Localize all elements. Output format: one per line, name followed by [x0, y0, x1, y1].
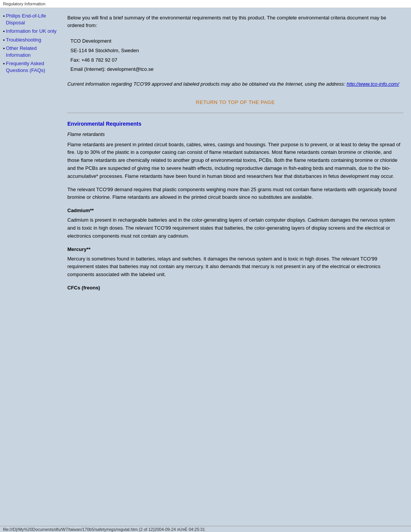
bullet-dot-2: •: [3, 29, 5, 34]
env-requirements-title: Environmental Requirements: [67, 121, 403, 127]
top-bar: Regulatory Information: [0, 0, 411, 8]
return-to-top[interactable]: RETURN TO TOP OF THE PAGE: [67, 99, 403, 105]
sidebar-nav: • Philips End-of-Life Disposal • Informa…: [3, 13, 60, 74]
sidebar-link-troubleshooting[interactable]: Troubleshooting: [6, 37, 41, 43]
cadmium-heading: Cadmium**: [67, 208, 403, 213]
status-bar-text: file:///D|/My%20Documents/dfu/W7/taiwan/…: [3, 527, 205, 532]
bullet-dot-5: •: [3, 61, 5, 67]
cfcs-heading: CFCs (freons): [67, 285, 403, 291]
content-area: Below you will find a brief summary of t…: [63, 8, 411, 526]
top-bar-title: Regulatory Information: [3, 2, 45, 6]
sidebar-link-uk[interactable]: Information for UK only: [6, 28, 57, 35]
return-link-anchor[interactable]: RETURN TO TOP OF THE PAGE: [196, 99, 275, 105]
bullet-dot-4: •: [3, 46, 5, 51]
section-divider: [67, 113, 403, 113]
address-line-1: TCO Development: [70, 37, 400, 46]
sidebar-item-uk[interactable]: • Information for UK only: [3, 28, 60, 35]
status-bar: file:///D|/My%20Documents/dfu/W7/taiwan/…: [0, 526, 411, 532]
sidebar-link-faq[interactable]: Frequently Asked Questions (FAQs): [6, 60, 60, 74]
sidebar-item-troubleshooting[interactable]: • Troubleshooting: [3, 37, 60, 43]
sidebar-item-other[interactable]: • Other Related Information: [3, 45, 60, 59]
flame-p2: The relevant TCO'99 demand requires that…: [67, 186, 403, 202]
flame-heading: Flame retardants: [67, 131, 403, 137]
address-line-4: Email (Internet): development@tco.se: [70, 65, 400, 74]
bullet-dot-3: •: [3, 37, 5, 43]
mercury-heading: Mercury**: [67, 246, 403, 252]
address-block: TCO Development SE-114 94 Stockholm, Swe…: [67, 35, 403, 76]
sidebar-link-philips[interactable]: Philips End-of-Life Disposal: [6, 13, 60, 26]
cadmium-text: Cadmium is present in rechargeable batte…: [67, 216, 403, 240]
tco-link[interactable]: http://www.tco-info.com/: [347, 81, 399, 87]
sidebar: • Philips End-of-Life Disposal • Informa…: [0, 8, 63, 526]
flame-p1: Flame retardants are present in printed …: [67, 141, 403, 181]
sidebar-item-faq[interactable]: • Frequently Asked Questions (FAQs): [3, 60, 60, 74]
main-layout: • Philips End-of-Life Disposal • Informa…: [0, 8, 411, 526]
address-line-2: SE-114 94 Stockholm, Sweden: [70, 46, 400, 56]
sidebar-item-philips[interactable]: • Philips End-of-Life Disposal: [3, 13, 60, 26]
sidebar-link-other[interactable]: Other Related Information: [6, 45, 60, 59]
bullet-dot: •: [3, 13, 5, 19]
mercury-text: Mercury is sometimes found in batteries,…: [67, 255, 403, 279]
italic-note-text: Current information regarding TCO'99 app…: [67, 81, 347, 87]
intro-text: Below you will find a brief summary of t…: [67, 14, 403, 29]
italic-note: Current information regarding TCO'99 app…: [67, 80, 403, 88]
address-line-3: Fax: +46 8 782 92 07: [70, 56, 400, 65]
